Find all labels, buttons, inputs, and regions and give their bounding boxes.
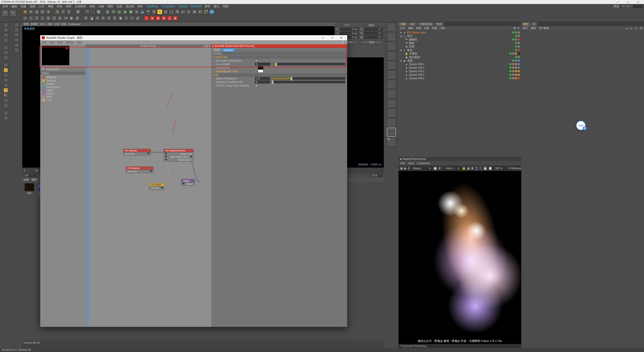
palette-icon[interactable] (387, 90, 396, 99)
attr-nav-fwd-icon[interactable]: ▸ (631, 27, 632, 30)
sel-path-icon[interactable]: ⟿ (63, 16, 68, 21)
object-row[interactable]: ▸●RS Dome Light (398, 31, 521, 34)
menu-help[interactable]: 帮助 (221, 5, 230, 8)
tab-structure[interactable]: 构造 (435, 22, 444, 26)
axis-z-icon[interactable]: Z (66, 9, 71, 14)
object-row[interactable]: ▲Quartz FM.1 (398, 66, 521, 69)
shader-max-button[interactable]: ▭ (328, 36, 337, 39)
rv-menu-file[interactable]: File (400, 162, 405, 165)
node-output[interactable]: Output Surfac (181, 179, 195, 186)
menu-mesh[interactable]: 网格 (46, 5, 55, 8)
node-category[interactable]: Color (42, 99, 84, 102)
menu-render[interactable]: 渲染 (115, 5, 124, 8)
shader-close-button[interactable]: ✕ (337, 36, 346, 39)
node-rs-material-blender[interactable]: RS Material Blender Base Color Layer Col… (164, 149, 194, 162)
sel-outline-icon[interactable]: ◯ (52, 16, 57, 21)
object-row[interactable]: ✋手模型 (398, 52, 521, 55)
iron-icon[interactable]: ~ (130, 16, 135, 21)
polygon-mode-icon[interactable] (4, 55, 8, 60)
sel-rect-icon[interactable]: ▭ (23, 16, 28, 21)
extrude-tool-icon[interactable]: ⤧ (83, 16, 88, 21)
sel-phong-icon[interactable]: ◐ (69, 16, 74, 21)
light-icon[interactable]: ☀ (151, 9, 156, 14)
deformer-icon[interactable]: ◈ (134, 9, 139, 14)
vp-menu-options[interactable]: 选项 (47, 22, 52, 26)
palette-icon[interactable] (387, 23, 396, 32)
vp-menu-prorender[interactable]: ProRender (68, 23, 80, 26)
tab-layers[interactable]: 层 (531, 22, 537, 26)
object-mode-icon[interactable] (4, 28, 8, 32)
rv-bucket-select[interactable]: < Auto >▾ (443, 166, 461, 170)
objmgr-search-icon[interactable]: 🔍 👁 (513, 27, 520, 30)
shader-graph-canvas[interactable]: Shader Graph⤢ ▦ ⊕ RS Material Out Color … (86, 44, 211, 327)
coord-y-size[interactable]: 0 cm (340, 32, 359, 35)
inspector-tab-basic[interactable]: 基本 (212, 48, 221, 52)
node-category[interactable]: Environment (42, 86, 84, 89)
maximize-button[interactable]: ▭ (623, 1, 633, 4)
filter-icon[interactable] (4, 111, 8, 115)
rv-crop-icon[interactable]: ⬚ (479, 166, 482, 170)
live-select-icon[interactable]: ✥ (23, 9, 28, 14)
enable-snap-icon[interactable] (14, 48, 19, 52)
rotate-icon[interactable]: ⟳ (40, 9, 45, 14)
palette-icon[interactable] (387, 51, 396, 60)
rv-aov-select[interactable]: Beauty▾ (411, 166, 432, 170)
make-editable-icon[interactable] (14, 23, 19, 27)
axis-x-icon[interactable]: X (55, 9, 60, 14)
menu-volume[interactable]: 体积 (64, 5, 73, 8)
palette-icon[interactable] (387, 32, 396, 41)
coord-y-rot[interactable]: 0 ° (364, 32, 383, 35)
dynamics-icon[interactable]: ∿ (186, 9, 191, 14)
sel-ring-icon[interactable]: ◎ (46, 16, 51, 21)
rv-lock-icon[interactable]: 👁 (438, 166, 441, 170)
array-icon[interactable]: ⬢ (128, 9, 133, 14)
coord-sys-icon[interactable]: ⌘ (75, 9, 80, 14)
coord-x-size[interactable]: 0 cm (340, 28, 359, 31)
objmenu-view[interactable]: 查看 (416, 26, 421, 30)
curve-falloff-field[interactable]: 5 (255, 63, 270, 66)
menu-tools[interactable]: 工具 (37, 5, 46, 8)
attr-nav-back-icon[interactable]: ◂ (626, 27, 628, 30)
node-category[interactable]: Utilities (42, 82, 84, 85)
attr-pin-icon[interactable]: ⦿ (640, 27, 642, 30)
menu-spline[interactable]: 样条 (55, 5, 64, 8)
ior-slider[interactable] (272, 77, 345, 80)
menu-edit[interactable]: 编辑 (10, 5, 19, 8)
layout-selector[interactable]: RS (用户) (620, 5, 643, 8)
enable-axis-icon[interactable] (14, 43, 19, 47)
attrmenu-mode[interactable]: 模式 (523, 26, 528, 30)
object-tree[interactable]: ▸●RS Dome Light▸L空白📷摄像机📷随机■背景▸L备份✋手模型◆细分… (398, 30, 521, 157)
coord-z-rot[interactable]: 0 ° (364, 36, 383, 39)
menu-xparticles[interactable]: X-Particles (160, 5, 177, 8)
picture-viewer-icon[interactable]: 🖼 (96, 9, 101, 14)
renderview-image[interactable]: 微信公众号：野鹿志 微博：野鹿志 作者：马鹿野郎 Frame 173 2.79s (398, 171, 521, 344)
particles-icon[interactable]: ❋ (192, 9, 197, 14)
sel-free-icon[interactable]: ✧ (28, 16, 33, 21)
menu-mograph[interactable]: 运动图形 (73, 5, 88, 8)
object-row[interactable]: ■背景 (398, 45, 521, 48)
object-row[interactable]: ▸L空白 (398, 34, 521, 38)
rv-render-icon[interactable]: ▦ (400, 166, 403, 170)
coord-x-rot[interactable]: 0 ° (364, 28, 383, 31)
scale-tool-icon[interactable] (14, 38, 19, 42)
vp-menu-view[interactable]: 查看 (24, 22, 29, 26)
menu-script[interactable]: 脚本 (203, 5, 212, 8)
rv-contrast-icon[interactable]: ✺ (471, 166, 474, 170)
render-view-icon[interactable]: 🎬 (85, 9, 90, 14)
key-s-icon[interactable]: ■ (161, 16, 166, 21)
layer-icon[interactable] (4, 116, 8, 120)
tweak-mode-icon[interactable] (4, 68, 8, 72)
tab-takes[interactable]: 场次 (408, 22, 417, 26)
vp-menu-display[interactable]: 显示 (40, 22, 45, 26)
object-row[interactable]: ▲Quartz FM.1 (398, 62, 521, 66)
use-ior-checkbox[interactable] (255, 59, 258, 62)
render-region-icon[interactable] (4, 103, 8, 108)
rv-region-icon[interactable]: ◯ (475, 166, 478, 170)
find-nodes-field[interactable]: 🔍Find Nodes... (40, 67, 86, 71)
tab-content[interactable]: 内容浏览器 (418, 22, 434, 26)
tab-objects[interactable]: 对象 (398, 22, 408, 26)
tab-attributes[interactable]: 属性 (521, 22, 530, 26)
bevel-icon[interactable]: ◢ (89, 16, 94, 21)
reset-icon[interactable]: QR (209, 9, 214, 14)
rv-menu-customize[interactable]: Customize (417, 162, 430, 165)
